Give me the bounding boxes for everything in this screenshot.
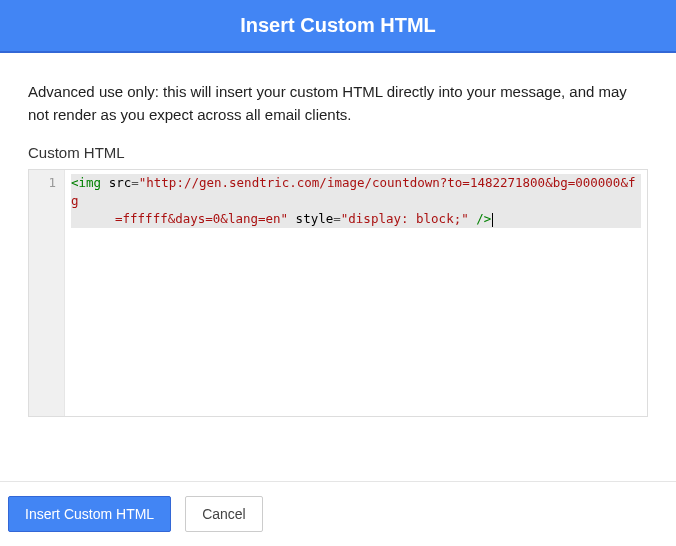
dialog-content: Advanced use only: this will insert your… — [0, 53, 676, 481]
field-label: Custom HTML — [28, 144, 648, 161]
code-gutter: 1 — [29, 170, 65, 416]
insert-button[interactable]: Insert Custom HTML — [8, 496, 171, 532]
dialog-title: Insert Custom HTML — [240, 14, 436, 36]
gutter-line-number: 1 — [29, 174, 56, 192]
dialog-footer: Insert Custom HTML Cancel — [0, 481, 676, 546]
dialog-header: Insert Custom HTML — [0, 0, 676, 51]
cancel-button[interactable]: Cancel — [185, 496, 263, 532]
code-editor[interactable]: 1 <img src="http://gen.sendtric.com/imag… — [28, 169, 648, 417]
code-area[interactable]: <img src="http://gen.sendtric.com/image/… — [65, 170, 647, 416]
description-text: Advanced use only: this will insert your… — [28, 81, 648, 126]
code-line-1: <img src="http://gen.sendtric.com/image/… — [71, 174, 641, 228]
text-cursor — [492, 213, 493, 227]
